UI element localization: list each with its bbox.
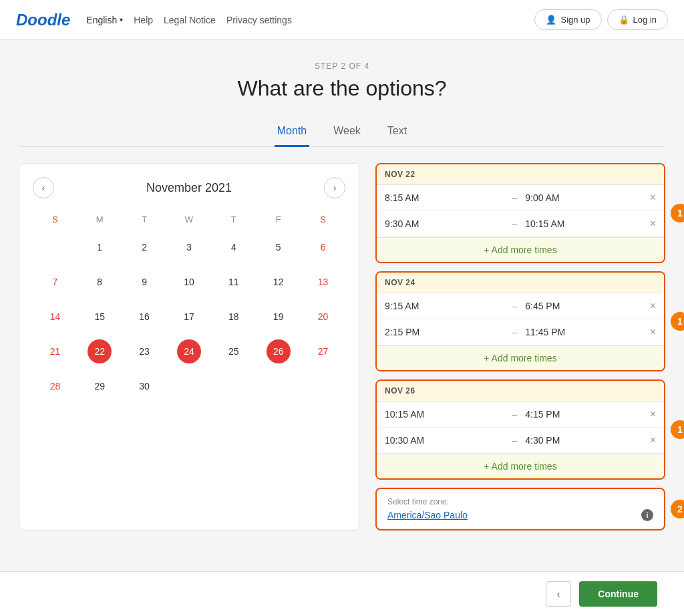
user-icon: 👤 [546, 15, 556, 25]
weekday-wed: W [167, 209, 212, 230]
calendar-day-1[interactable]: 1 [77, 230, 122, 265]
start-time[interactable]: 9:30 AM [385, 218, 504, 229]
time-separator: – [512, 192, 517, 203]
time-separator: – [512, 327, 517, 337]
continue-button[interactable]: Continue [579, 581, 657, 584]
nav-links: English ▾ Help Legal Notice Privacy sett… [86, 15, 534, 25]
next-month-button[interactable]: › [324, 177, 345, 198]
calendar-day-16[interactable]: 16 [122, 299, 167, 334]
calendar-day-empty [301, 369, 345, 404]
calendar-day-15[interactable]: 15 [77, 299, 122, 334]
weekday-sat: S [301, 209, 345, 230]
calendar-day-empty [167, 369, 212, 404]
end-time[interactable]: 11:45 PM [525, 327, 644, 337]
start-time[interactable]: 9:15 AM [385, 301, 504, 311]
page-title: What are the options? [19, 76, 665, 101]
calendar-day-9[interactable]: 9 [122, 265, 167, 299]
remove-time-button[interactable]: × [650, 408, 656, 420]
add-more-times-button-nov22[interactable]: + Add more times [377, 237, 664, 262]
legal-notice-link[interactable]: Legal Notice [164, 15, 216, 25]
tab-month[interactable]: Month [275, 120, 309, 147]
timezone-link[interactable]: America/Sao Paulo [387, 510, 468, 520]
time-row-nov22-0: 8:15 AM–9:00 AM× [377, 185, 664, 211]
date-block-wrapper-nov26: NOV 2610:15 AM–4:15 PM×10:30 AM–4:30 PM×… [375, 379, 665, 480]
calendar-day-21[interactable]: 21 [33, 334, 77, 369]
calendar-day-13[interactable]: 13 [301, 265, 345, 299]
calendar-day-26[interactable]: 26 [256, 334, 301, 369]
calendar-day-10[interactable]: 10 [167, 265, 212, 299]
end-time[interactable]: 10:15 AM [525, 218, 644, 229]
prev-month-button[interactable]: ‹ [33, 177, 54, 198]
calendar-day-2[interactable]: 2 [122, 230, 167, 265]
add-more-times-button-nov26[interactable]: + Add more times [377, 454, 664, 478]
calendar-day-12[interactable]: 12 [256, 265, 301, 299]
time-row-nov24-1: 2:15 PM–11:45 PM× [377, 319, 664, 345]
calendar-day-5[interactable]: 5 [256, 230, 301, 265]
calendar-day-6[interactable]: 6 [301, 230, 345, 265]
date-block-wrapper-nov24: NOV 249:15 AM–6:45 PM×2:15 PM–11:45 PM×+… [375, 271, 665, 371]
end-time[interactable]: 9:00 AM [525, 192, 644, 203]
timezone-value[interactable]: America/Sao Pauloi [387, 509, 653, 521]
remove-time-button[interactable]: × [650, 434, 656, 446]
calendar-day-22[interactable]: 22 [77, 334, 122, 369]
calendar-day-19[interactable]: 19 [256, 299, 301, 334]
calendar-day-14[interactable]: 14 [33, 299, 77, 334]
weekday-tue: T [122, 209, 167, 230]
calendar-day-17[interactable]: 17 [167, 299, 212, 334]
footer: ‹ Continue [0, 571, 684, 584]
calendar-day-24[interactable]: 24 [167, 334, 212, 369]
calendar-day-18[interactable]: 18 [211, 299, 256, 334]
remove-time-button[interactable]: × [650, 300, 656, 312]
timezone-label: Select time zone: [387, 497, 653, 506]
start-time[interactable]: 2:15 PM [385, 327, 504, 337]
time-separator: – [512, 409, 517, 420]
time-row-nov22-1: 9:30 AM–10:15 AM× [377, 211, 664, 237]
remove-time-button[interactable]: × [650, 218, 656, 230]
back-button[interactable]: ‹ [546, 581, 572, 584]
badge-nov22: 1 [671, 204, 684, 222]
help-link[interactable]: Help [134, 15, 153, 25]
calendar-day-30[interactable]: 30 [122, 369, 167, 404]
calendar-day-29[interactable]: 29 [77, 369, 122, 404]
date-block-nov26: NOV 2610:15 AM–4:15 PM×10:30 AM–4:30 PM×… [375, 379, 665, 480]
calendar-day-7[interactable]: 7 [33, 265, 77, 299]
start-time[interactable]: 10:30 AM [385, 435, 504, 446]
end-time[interactable]: 6:45 PM [525, 301, 644, 311]
calendar-day-28[interactable]: 28 [33, 369, 77, 404]
language-selector[interactable]: English ▾ [86, 15, 123, 25]
step-label: STEP 2 OF 4 [19, 61, 665, 71]
calendar-day-11[interactable]: 11 [211, 265, 256, 299]
date-header-nov24: NOV 24 [377, 273, 664, 293]
date-block-nov22: NOV 228:15 AM–9:00 AM×9:30 AM–10:15 AM×+… [375, 163, 665, 263]
info-icon[interactable]: i [641, 509, 653, 521]
end-time[interactable]: 4:30 PM [525, 435, 644, 446]
remove-time-button[interactable]: × [650, 326, 656, 338]
start-time[interactable]: 8:15 AM [385, 192, 504, 203]
calendar-day-20[interactable]: 20 [301, 299, 345, 334]
tab-text[interactable]: Text [385, 120, 409, 147]
timezone-block: Select time zone:America/Sao Pauloi [375, 488, 665, 530]
calendar-grid: S M T W T F S 12345678910111213141516171… [33, 209, 345, 404]
badge-nov24: 1 [671, 312, 684, 331]
calendar-day-27[interactable]: 27 [301, 334, 345, 369]
tab-bar: Month Week Text [19, 120, 665, 147]
end-time[interactable]: 4:15 PM [525, 409, 644, 420]
time-row-nov24-0: 9:15 AM–6:45 PM× [377, 293, 664, 319]
calendar-day-23[interactable]: 23 [122, 334, 167, 369]
calendar-day-8[interactable]: 8 [77, 265, 122, 299]
weekday-sun: S [33, 209, 77, 230]
calendar-day-3[interactable]: 3 [167, 230, 212, 265]
calendar-day-25[interactable]: 25 [211, 334, 256, 369]
privacy-settings-link[interactable]: Privacy settings [226, 15, 292, 25]
add-more-times-button-nov24[interactable]: + Add more times [377, 345, 664, 370]
login-button[interactable]: 🔒 Log in [607, 9, 668, 30]
calendar-day-4[interactable]: 4 [211, 230, 256, 265]
weekday-fri: F [256, 209, 301, 230]
logo[interactable]: Doodle [16, 11, 70, 29]
calendar-day-empty [256, 369, 301, 404]
header-actions: 👤 Sign up 🔒 Log in [534, 9, 668, 30]
start-time[interactable]: 10:15 AM [385, 409, 504, 420]
tab-week[interactable]: Week [331, 120, 363, 147]
signup-button[interactable]: 👤 Sign up [534, 9, 601, 30]
remove-time-button[interactable]: × [650, 192, 656, 204]
